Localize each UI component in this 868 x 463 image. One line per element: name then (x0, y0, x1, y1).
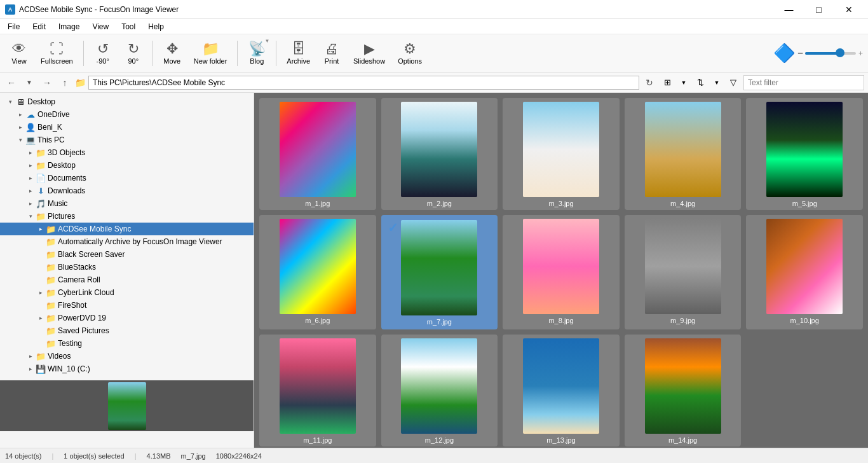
blog-button[interactable]: 📡 Blog ▼ (243, 37, 271, 70)
sidebar-item-onedrive[interactable]: ▸ ☁ OneDrive (0, 108, 254, 121)
forward-button[interactable]: → (39, 75, 55, 90)
view-button[interactable]: 👁 View (5, 37, 33, 70)
sidebar-item-videos[interactable]: ▸ 📁 Videos (0, 350, 254, 363)
slideshow-button[interactable]: ▶ Slideshow (348, 37, 390, 70)
up-button[interactable]: ↑ (57, 75, 72, 90)
menu-help[interactable]: Help (143, 21, 169, 32)
thumbnail-m_9[interactable]: m_9.jpg (625, 215, 742, 329)
rotate-right-label: 90° (128, 57, 139, 65)
sidebar-item-win10[interactable]: ▸ 💾 WIN_10 (C:) (0, 363, 254, 375)
thumbnail-m_11[interactable]: m_11.jpg (259, 335, 376, 446)
expander-autoarchive[interactable] (36, 237, 46, 247)
sidebar-item-pictures[interactable]: ▾ 📁 Pictures (0, 210, 254, 223)
cameraroll-label: Camera Roll (58, 275, 100, 284)
expander-music[interactable]: ▸ (25, 198, 36, 209)
thumbnail-m_7[interactable]: ✓m_7.jpg (381, 215, 498, 329)
thumbnail-m_1[interactable]: m_1.jpg (259, 98, 376, 210)
expander-3dobjects[interactable]: ▸ (25, 148, 36, 158)
expander-powerdvd[interactable]: ▸ (36, 313, 46, 323)
options-button[interactable]: ⚙ Options (393, 37, 427, 70)
thumbnail-m_6[interactable]: m_6.jpg (259, 215, 376, 329)
sidebar-item-benik[interactable]: ▸ 👤 Beni_K (0, 121, 254, 134)
archive-button[interactable]: 🗄 Archive (281, 37, 315, 70)
expander-desktop[interactable]: ▾ (5, 97, 15, 107)
sidebar-item-blackscreen[interactable]: 📁 Black Screen Saver (0, 248, 254, 261)
expander-testing[interactable] (36, 338, 46, 349)
expander-benik[interactable]: ▸ (15, 122, 25, 132)
grid-view-button[interactable]: ⊞ (660, 75, 675, 90)
thumbnail-m_3[interactable]: m_3.jpg (503, 98, 620, 210)
menu-edit[interactable]: Edit (27, 21, 51, 32)
menu-image[interactable]: Image (53, 21, 85, 32)
fullscreen-button[interactable]: ⛶ Fullscreen (36, 37, 78, 70)
expander-pictures[interactable]: ▾ (25, 211, 36, 221)
folder-cameraroll-icon: 📁 (46, 275, 56, 285)
sidebar-item-testing[interactable]: 📁 Testing (0, 337, 254, 350)
address-bar: ← ▼ → ↑ 📁 ↻ ⊞ ▼ ⇅ ▼ ▽ (0, 73, 868, 93)
expander-videos[interactable]: ▸ (25, 351, 36, 361)
expander-downloads[interactable]: ▸ (25, 186, 36, 196)
address-input[interactable] (88, 76, 639, 90)
text-filter-input[interactable] (743, 75, 864, 90)
expander-thispc[interactable]: ▾ (15, 135, 25, 145)
move-button[interactable]: ✥ Move (158, 37, 186, 70)
toolbar-divider-2 (153, 41, 153, 66)
sort-button[interactable]: ⇅ (693, 75, 708, 90)
expander-acdsee[interactable]: ▸ (36, 224, 46, 234)
thumbnail-m_10[interactable]: m_10.jpg (746, 215, 863, 329)
main-area: ▾ 🖥 Desktop ▸ ☁ OneDrive ▸ 👤 Beni_K ▾ 💻 … (0, 93, 868, 448)
thumbnail-m_2[interactable]: m_2.jpg (381, 98, 498, 210)
expander-documents[interactable]: ▸ (25, 173, 36, 183)
maximize-button[interactable]: □ (804, 0, 833, 19)
menu-file[interactable]: File (3, 21, 25, 32)
thumbnail-m_12[interactable]: m_12.jpg (381, 335, 498, 446)
expander-desktop2[interactable]: ▸ (25, 160, 36, 170)
menu-tool[interactable]: Tool (116, 21, 140, 32)
sidebar-item-desktop[interactable]: ▾ 🖥 Desktop (0, 95, 254, 108)
new-folder-button[interactable]: 📁 New folder (189, 37, 233, 70)
zoom-slider[interactable] (805, 52, 856, 55)
sidebar-item-powerdvd[interactable]: ▸ 📁 PowerDVD 19 (0, 312, 254, 324)
sidebar-item-3dobjects[interactable]: ▸ 📁 3D Objects (0, 146, 254, 159)
print-button[interactable]: 🖨 Print (318, 37, 346, 70)
expander-onedrive[interactable]: ▸ (15, 109, 25, 120)
sidebar-item-downloads[interactable]: ▸ ⬇ Downloads (0, 184, 254, 197)
thumbnail-m_5[interactable]: m_5.jpg (746, 98, 863, 210)
rotate-right-button[interactable]: ↻ 90° (119, 37, 147, 70)
expander-win10[interactable]: ▸ (25, 364, 36, 374)
expander-cameraroll[interactable] (36, 275, 46, 285)
sidebar-item-thispc[interactable]: ▾ 💻 This PC (0, 134, 254, 146)
back-button[interactable]: ← (4, 75, 19, 90)
sidebar-item-desktop2[interactable]: ▸ 📁 Desktop (0, 159, 254, 172)
sort-dropdown-button[interactable]: ▼ (709, 75, 724, 90)
expander-fireshot[interactable] (36, 300, 46, 310)
sidebar-item-autoarchive[interactable]: 📁 Automatically Archive by FocusOn Image… (0, 235, 254, 248)
back-dropdown-button[interactable]: ▼ (22, 75, 37, 90)
refresh-button[interactable]: ↻ (642, 75, 657, 90)
thumbnail-m_13[interactable]: m_13.jpg (503, 335, 620, 446)
sidebar-item-acdsee[interactable]: ▸ 📁 ACDSee Mobile Sync (0, 223, 254, 235)
sidebar-item-fireshot[interactable]: 📁 FireShot (0, 299, 254, 312)
folder-downloads-icon: ⬇ (36, 186, 46, 196)
expander-blackscreen[interactable] (36, 249, 46, 259)
sidebar-item-documents[interactable]: ▸ 📄 Documents (0, 172, 254, 184)
thumbnail-m_4[interactable]: m_4.jpg (625, 98, 742, 210)
grid-dropdown-button[interactable]: ▼ (676, 75, 691, 90)
rotate-left-button[interactable]: ↺ -90° (89, 37, 117, 70)
thumbnail-m_14[interactable]: m_14.jpg (625, 335, 742, 446)
sidebar-item-cameraroll[interactable]: 📁 Camera Roll (0, 273, 254, 286)
sidebar-item-music[interactable]: ▸ 🎵 Music (0, 197, 254, 210)
zoom-thumb[interactable] (836, 48, 844, 57)
menu-view[interactable]: View (87, 21, 114, 32)
sidebar-item-bluestacks[interactable]: 📁 BlueStacks (0, 261, 254, 273)
sidebar-item-cyberlink[interactable]: ▸ 📁 CyberLink Cloud (0, 286, 254, 299)
expander-cyberlink[interactable]: ▸ (36, 287, 46, 298)
filter-button[interactable]: ▽ (726, 75, 741, 90)
close-button[interactable]: ✕ (834, 0, 863, 19)
thumbnail-m_8[interactable]: m_8.jpg (503, 215, 620, 329)
sidebar-item-savedpictures[interactable]: 📁 Saved Pictures (0, 324, 254, 337)
expander-bluestacks[interactable] (36, 262, 46, 272)
minimize-button[interactable]: — (775, 0, 803, 19)
status-objects: 14 object(s) (5, 452, 41, 460)
expander-savedpictures[interactable] (36, 326, 46, 336)
